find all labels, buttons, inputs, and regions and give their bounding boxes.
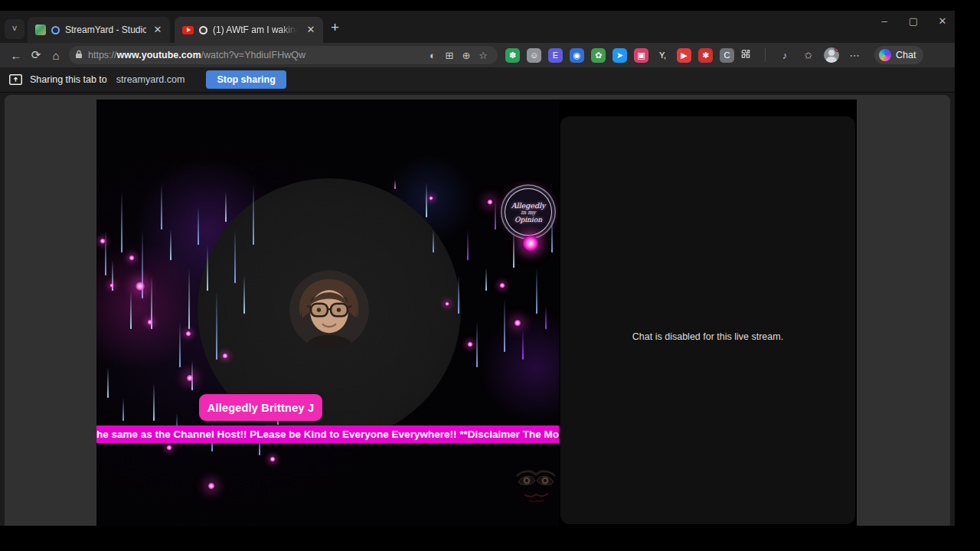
glow-dot [135, 281, 145, 292]
host-avatar [289, 270, 369, 350]
youtube-favicon-icon [182, 26, 194, 34]
more-menu-icon[interactable]: ⋯ [846, 50, 863, 61]
apps-grid-icon[interactable]: ⊞ [441, 50, 458, 61]
glow-dot [109, 283, 114, 288]
nebula-glow [479, 310, 559, 425]
blue-bird-extension-icon[interactable]: ➤ [612, 48, 627, 63]
neon-streak [170, 230, 172, 260]
neon-streak [476, 321, 478, 367]
close-tab-icon[interactable]: ✕ [305, 24, 317, 36]
neon-streak [485, 268, 487, 291]
browser-toolbar: ← ⟳ ⌂ https://www.youtube.com/watch?v=Yh… [0, 43, 955, 67]
neon-streak [467, 230, 469, 260]
home-icon[interactable]: ⌂ [46, 45, 66, 65]
neon-streak [122, 398, 124, 421]
glow-dot [100, 238, 106, 244]
neon-streak [225, 191, 227, 222]
y-comma-extension-icon[interactable]: Y, [655, 48, 670, 63]
url-text: https://www.youtube.com/watch?v=YhdiuIFH… [88, 50, 424, 60]
collections-icon[interactable]: ✩ [800, 50, 817, 61]
glow-dot [222, 353, 228, 359]
gray-bot-extension-icon[interactable]: ☺ [527, 48, 541, 63]
green-badge-extension-icon[interactable]: ✿ [591, 48, 606, 63]
lock-icon[interactable] [75, 50, 83, 60]
purple-e-extension-icon[interactable]: E [548, 48, 563, 63]
tab-capture-indicator-icon [199, 26, 207, 34]
neon-streak [458, 276, 459, 314]
neon-streak [243, 276, 245, 314]
neon-streak [179, 321, 181, 367]
neon-streak [426, 182, 427, 217]
extensions-row: ✽☺E◉✿➤▣Y,▶✱C [505, 48, 734, 63]
glow-dot [166, 445, 172, 451]
glow-dot [514, 319, 521, 327]
streamyard-favicon-icon [35, 24, 46, 35]
live-stream-video[interactable]: Allegedly in my Opinion [96, 99, 559, 526]
pink-square-extension-icon[interactable]: ▣ [634, 48, 648, 63]
host-name-tag: Allegedly Brittney J [199, 394, 322, 421]
neon-streak [161, 184, 162, 230]
back-icon[interactable]: ← [6, 45, 26, 65]
toolbar-divider [765, 48, 766, 62]
neon-streak [495, 199, 496, 230]
neon-streak [198, 207, 199, 245]
blue-orb-extension-icon[interactable]: ◉ [570, 48, 584, 63]
neon-streak [188, 268, 190, 329]
copilot-chat-button[interactable]: Chat [874, 46, 923, 64]
stop-sharing-button[interactable]: Stop sharing [206, 70, 286, 89]
sharing-text: Sharing this tab to [30, 74, 107, 85]
neon-streak [522, 329, 524, 360]
neon-streak [153, 383, 155, 421]
tab-youtube[interactable]: (1) AWtF am I waking up to?? ✕ [175, 17, 323, 43]
tab-title: (1) AWtF am I waking up to?? [213, 24, 299, 35]
tab-search-chevron-icon[interactable]: ˅ [5, 19, 24, 39]
tab-title: StreamYard - Studio [65, 24, 146, 35]
close-tab-icon[interactable]: ✕ [152, 24, 164, 36]
neon-streak [234, 230, 236, 283]
copilot-chat-label: Chat [896, 50, 916, 60]
red-play-extension-icon[interactable]: ▶ [677, 48, 691, 63]
glow-orb [522, 235, 539, 252]
sharing-site-link[interactable]: streamyard.com [116, 74, 185, 85]
live-chat-panel: Chat is disabled for this live stream. [560, 116, 855, 524]
c-gray-extension-icon[interactable]: C [720, 48, 734, 63]
browser-window: ˅ StreamYard - Studio ✕ (1) AWtF am I wa… [0, 11, 955, 526]
tab-casting-indicator-icon [51, 26, 60, 34]
glow-dot [147, 319, 153, 325]
refresh-icon[interactable]: ⟳ [26, 45, 46, 65]
favorite-star-icon[interactable]: ☆ [475, 50, 492, 61]
neon-streak [107, 367, 109, 398]
glow-dot [487, 199, 493, 205]
chat-disabled-message: Chat is disabled for this live stream. [560, 331, 855, 342]
glow-dot [499, 282, 505, 289]
new-tab-button[interactable]: + [331, 19, 339, 36]
media-hub-icon[interactable]: ♪ [776, 50, 793, 61]
neon-streak [551, 214, 553, 253]
neon-streak [394, 180, 396, 189]
glow-dot [445, 302, 449, 306]
neon-streak [121, 191, 122, 253]
copilot-icon [879, 49, 891, 61]
green-knot-extension-icon[interactable]: ✽ [505, 48, 520, 63]
youtube-page: Allegedly in my Opinion [5, 95, 950, 526]
restore-button[interactable]: ▢ [907, 15, 920, 27]
notification-dot [835, 47, 839, 52]
extensions-puzzle-icon[interactable] [737, 48, 754, 63]
video-player-region[interactable]: Allegedly in my Opinion [96, 99, 857, 526]
neon-streak [433, 230, 434, 253]
stream-ticker-banner: he same as the Channel Host!! PLease be … [96, 425, 559, 443]
glow-dot [429, 196, 433, 201]
close-window-button[interactable]: ✕ [936, 15, 949, 27]
minimize-button[interactable]: – [878, 15, 890, 27]
neon-streak [545, 306, 547, 329]
eyes-watermark [514, 465, 558, 511]
profile-avatar[interactable] [824, 47, 839, 63]
red-hand-extension-icon[interactable]: ✱ [698, 48, 713, 63]
zoom-icon[interactable]: ⊕ [458, 50, 475, 61]
browser-essentials-icon[interactable]: ◐ [424, 50, 441, 61]
channel-logo-badge: Allegedly in my Opinion [505, 188, 552, 236]
window-controls: – ▢ ✕ [878, 15, 949, 27]
address-bar[interactable]: https://www.youtube.com/watch?v=YhdiuIFH… [69, 46, 498, 64]
glow-dot [467, 341, 473, 347]
tab-streamyard[interactable]: StreamYard - Studio ✕ [28, 17, 170, 43]
